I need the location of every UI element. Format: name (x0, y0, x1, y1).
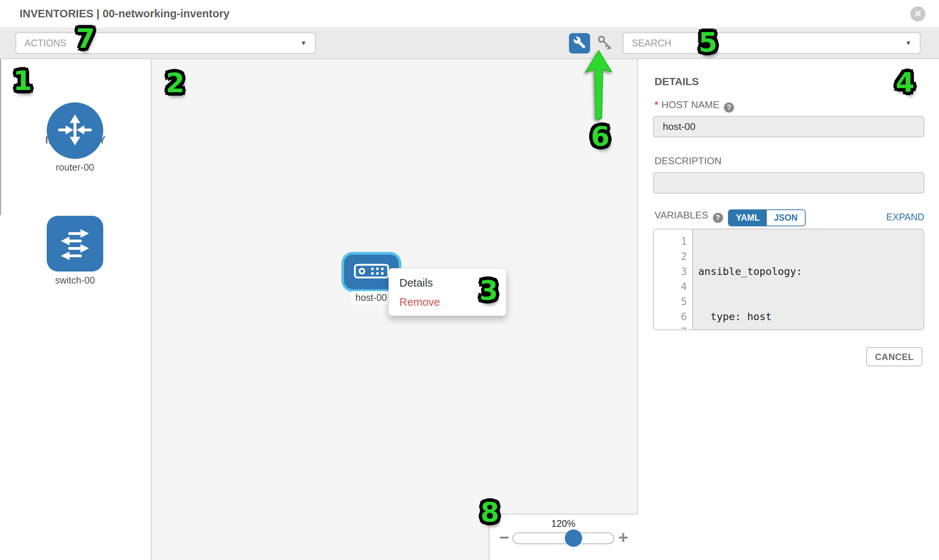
annotation-2: 2 (166, 67, 185, 98)
sidebar-item-router[interactable] (47, 102, 103, 159)
search-dropdown-label: SEARCH (632, 38, 671, 49)
annotation-arrow-icon (580, 48, 617, 122)
app-window: INVENTORIES | 00-networking-inventory ✕ … (0, 0, 939, 560)
sidebar-item-switch[interactable] (47, 216, 103, 272)
annotation-5: 5 (698, 26, 717, 58)
variables-format-toggle: YAML JSON (728, 209, 806, 226)
router-label: router-00 (19, 162, 131, 173)
annotation-3: 3 (479, 275, 498, 306)
switch-icon (56, 223, 94, 264)
annotation-4: 4 (896, 66, 914, 98)
router-icon (55, 109, 95, 152)
host-name-input[interactable] (653, 116, 924, 137)
description-label: DESCRIPTION (655, 155, 722, 167)
expand-link[interactable]: EXPAND (886, 212, 924, 223)
host-node-label: host-00 (352, 291, 390, 304)
host-name-label: *HOST NAME? (655, 99, 734, 112)
zoom-slider-track[interactable] (512, 532, 614, 544)
annotation-8: 8 (480, 496, 499, 528)
search-dropdown[interactable]: SEARCH ▼ (623, 32, 920, 54)
zoom-slider-thumb[interactable] (565, 529, 582, 547)
annotation-6: 6 (591, 120, 610, 152)
editor-code-content: ansible_topology: type: host name: host-… (693, 229, 924, 329)
header-bar: INVENTORIES | 00-networking-inventory ✕ (0, 0, 939, 29)
close-button[interactable]: ✕ (910, 6, 925, 22)
help-icon[interactable]: ? (713, 213, 723, 223)
zoom-out-button[interactable]: − (496, 527, 512, 548)
actions-dropdown-label: ACTIONS (25, 38, 66, 49)
chevron-down-icon: ▼ (905, 40, 911, 47)
help-icon[interactable]: ? (724, 102, 734, 112)
details-panel-title: DETAILS (655, 76, 699, 88)
annotation-1: 1 (13, 65, 32, 96)
cancel-button[interactable]: CANCEL (866, 347, 922, 366)
variables-code-editor[interactable]: 1 2 3 4 5 6 7 ansible_topology: type: ho… (653, 229, 924, 330)
page-title: INVENTORIES | 00-networking-inventory (20, 8, 230, 20)
variables-label: VARIABLES (655, 209, 708, 221)
chevron-down-icon: ▼ (300, 40, 307, 47)
json-toggle[interactable]: JSON (767, 210, 805, 226)
toolbar: ACTIONS ▼ SEARCH ▼ (0, 29, 939, 59)
sidebar-scrollbar[interactable] (0, 59, 1, 215)
close-icon: ✕ (914, 9, 922, 19)
required-asterisk: * (655, 99, 658, 110)
zoom-in-button[interactable]: + (616, 527, 631, 548)
variables-row: VARIABLES? YAML JSON EXPAND (655, 209, 924, 226)
actions-dropdown[interactable]: ACTIONS ▼ (15, 32, 316, 54)
editor-line-numbers: 1 2 3 4 5 6 7 (654, 229, 693, 329)
description-input[interactable] (653, 172, 924, 194)
annotation-7: 7 (76, 23, 95, 54)
yaml-toggle[interactable]: YAML (729, 210, 767, 226)
host-icon (354, 264, 389, 280)
switch-label: switch-00 (19, 275, 131, 286)
